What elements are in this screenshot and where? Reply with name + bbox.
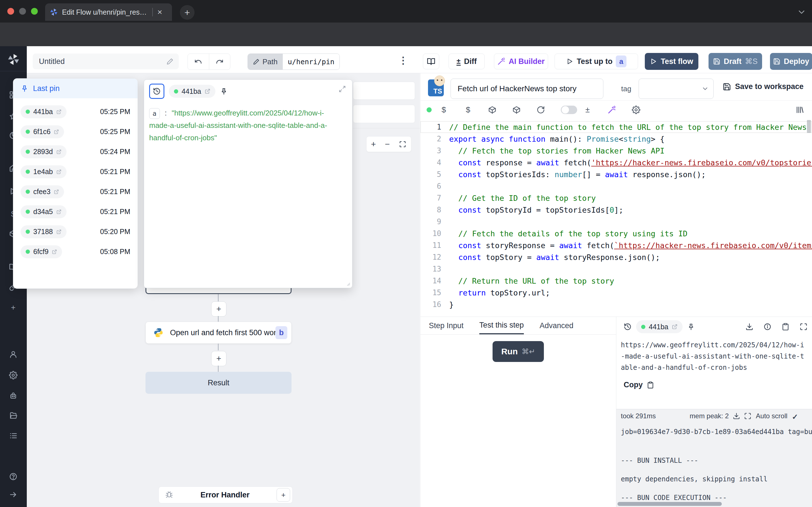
error-handler-node[interactable]: Error Handler + <box>158 487 293 503</box>
run-id-pill[interactable]: 37188 <box>20 225 66 238</box>
traffic-light-close[interactable] <box>7 8 14 15</box>
history-icon[interactable] <box>624 323 631 331</box>
run-id-pill[interactable]: 1e4ab <box>20 165 66 178</box>
edit-pencil-icon[interactable] <box>166 58 174 65</box>
run-id-pill[interactable]: d34a5 <box>20 205 66 218</box>
code-line[interactable]: 2export async function main(): Promise<s… <box>420 133 812 145</box>
package-icon[interactable] <box>488 106 497 114</box>
undo-button[interactable] <box>188 54 209 69</box>
test-flow-button[interactable]: Test flow <box>645 53 698 70</box>
code-line[interactable]: 8 const topStoryId = topStoriesIds[0]; <box>420 204 812 216</box>
tab-advanced[interactable]: Advanced <box>540 317 573 334</box>
sidebar-item-workers-robot[interactable] <box>9 392 17 400</box>
browser-tab[interactable]: Edit Flow u/henri/pin_results × <box>45 3 172 21</box>
sidebar-item-folders[interactable] <box>9 411 17 420</box>
windmill-logo[interactable] <box>7 53 20 66</box>
tab-close-icon[interactable]: × <box>157 8 162 16</box>
external-link-icon[interactable] <box>52 249 57 255</box>
code-line[interactable]: 1// Define the main function to fetch th… <box>420 121 812 133</box>
pin-icon[interactable] <box>220 87 228 95</box>
run-id-pill[interactable]: 441ba <box>636 320 682 333</box>
more-options-icon[interactable]: ⋮ <box>398 55 408 66</box>
download-icon[interactable] <box>746 323 753 331</box>
last-pin-row[interactable]: 6fcf905:08 PM <box>13 242 138 262</box>
deploy-button[interactable]: Deploy <box>770 53 812 70</box>
diff-button[interactable]: ± Diff <box>449 54 485 69</box>
panel-divider[interactable] <box>420 73 420 507</box>
code-line[interactable]: 3 // Fetch the top stories from Hacker N… <box>420 145 812 157</box>
editor-scrollbar[interactable] <box>807 120 811 133</box>
external-link-icon[interactable] <box>56 149 61 154</box>
run-id-pill[interactable]: 6f1c6 <box>20 125 64 138</box>
ai-builder-button[interactable]: AI Builder <box>494 54 548 69</box>
run-id-pill[interactable]: 441ba <box>169 85 215 98</box>
tab-step-input[interactable]: Step Input <box>429 317 463 334</box>
external-link-icon[interactable] <box>672 324 677 330</box>
test-up-to-step-badge[interactable]: a <box>616 55 626 67</box>
traffic-light-minimize[interactable] <box>19 8 26 15</box>
fullscreen-icon[interactable] <box>800 323 808 331</box>
history-button[interactable] <box>149 83 164 99</box>
library-panel-icon[interactable] <box>796 106 804 114</box>
flow-node-partial[interactable] <box>353 82 415 100</box>
flow-node-b-python-step[interactable]: Open url and fetch first 500 words of ..… <box>146 322 292 344</box>
code-editor[interactable]: 1// Define the main function to fetch th… <box>420 119 812 317</box>
expand-popup-icon[interactable] <box>339 86 346 93</box>
run-id-pill[interactable]: 441ba <box>20 105 66 118</box>
run-button[interactable]: Run ⌘↵ <box>493 341 544 362</box>
test-up-to-button[interactable]: Test up to a <box>555 54 638 69</box>
add-step-button[interactable]: + <box>211 351 226 366</box>
last-pin-row[interactable]: cfee305:21 PM <box>13 182 138 202</box>
last-pin-row[interactable]: d34a505:21 PM <box>13 202 138 222</box>
variables-icon[interactable]: $ <box>440 105 448 114</box>
sidebar-item-expand-arrow[interactable] <box>9 490 17 499</box>
flow-result-node[interactable]: Result <box>146 372 292 394</box>
add-error-handler-button[interactable]: + <box>276 488 290 502</box>
add-step-button[interactable]: + <box>211 301 226 317</box>
sidebar-item-help[interactable] <box>9 472 17 481</box>
path-button[interactable]: Path u/henri/pin <box>248 54 340 70</box>
sidebar-item-user[interactable] <box>9 350 17 358</box>
external-link-icon[interactable] <box>56 209 61 214</box>
settings-gear-icon[interactable] <box>632 106 640 114</box>
code-line[interactable]: 11 const storyResponse = await fetch(`ht… <box>420 239 812 251</box>
step-summary-input[interactable]: Fetch url of HackerNews top story <box>451 78 603 99</box>
diff-toggle[interactable] <box>561 106 577 114</box>
expand-logs-icon[interactable] <box>744 412 751 420</box>
code-line[interactable]: 4 const response = await fetch('https://… <box>420 157 812 168</box>
code-line[interactable]: 12 const topStory = await storyResponse.… <box>420 251 812 263</box>
last-pin-row[interactable]: 3718805:20 PM <box>13 222 138 242</box>
last-pin-row[interactable]: 6f1c605:25 PM <box>13 122 138 142</box>
code-line[interactable]: 14 // Return the URL of the top story <box>420 275 812 287</box>
clipboard-icon[interactable] <box>781 323 790 331</box>
copy-button[interactable]: Copy <box>624 381 812 389</box>
tag-select[interactable] <box>639 78 714 99</box>
sidebar-item-audit-list[interactable] <box>9 432 17 440</box>
save-to-workspace-button[interactable]: Save to workspace <box>723 82 804 91</box>
check-icon[interactable]: ✓ <box>792 413 799 419</box>
plus-minus-icon[interactable]: ± <box>583 105 592 114</box>
code-line[interactable]: 9 <box>420 216 812 228</box>
last-pin-row[interactable]: 441ba05:25 PM <box>13 102 138 122</box>
flow-node-partial[interactable] <box>353 105 415 123</box>
pin-icon[interactable] <box>687 323 695 331</box>
code-line[interactable]: 13 <box>420 263 812 275</box>
resources-dollar-icon[interactable]: $ <box>464 105 472 114</box>
flow-name-field[interactable]: Untitled <box>33 54 179 69</box>
external-link-icon[interactable] <box>205 89 210 94</box>
code-line[interactable]: 15 return topStory.url; <box>420 287 812 298</box>
run-id-pill[interactable]: cfee3 <box>20 185 64 198</box>
sidebar-item-settings-gear[interactable] <box>9 371 17 379</box>
last-pin-row[interactable]: 1e4ab05:21 PM <box>13 162 138 182</box>
info-icon[interactable] <box>763 323 771 331</box>
external-link-icon[interactable] <box>54 189 59 194</box>
code-line[interactable]: 5 const topStoriesIds: number[] = await … <box>420 168 812 180</box>
code-line[interactable]: 10 // Fetch the details of the top story… <box>420 228 812 239</box>
sidebar-item-add-plus[interactable]: + <box>9 303 17 312</box>
draft-button[interactable]: Draft ⌘S <box>709 53 762 70</box>
external-link-icon[interactable] <box>56 229 61 234</box>
code-line[interactable]: 16} <box>420 298 812 311</box>
external-link-icon[interactable] <box>56 109 61 114</box>
fit-view-icon[interactable] <box>399 140 407 148</box>
last-pin-row[interactable]: 2893d05:24 PM <box>13 142 138 162</box>
